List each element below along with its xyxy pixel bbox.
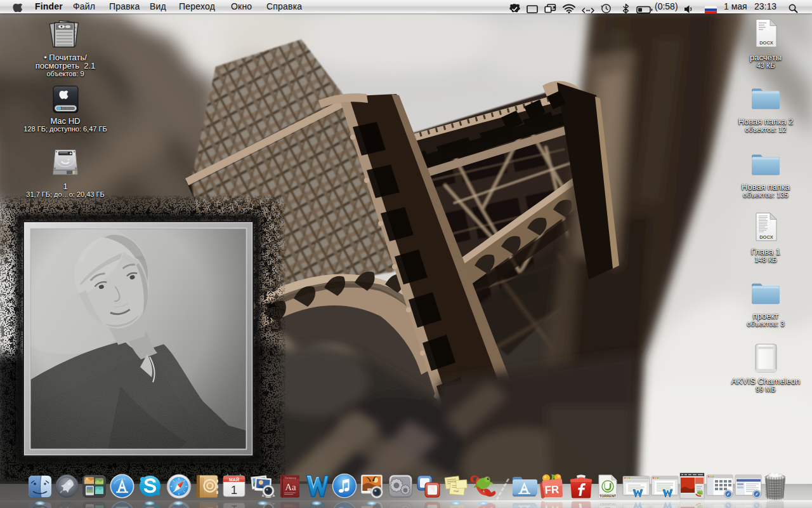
svg-text:1: 1	[231, 503, 238, 508]
svg-text:1: 1	[231, 483, 238, 497]
svg-text:DOCX: DOCX	[759, 234, 773, 240]
svg-text:mail: mail	[454, 489, 459, 493]
svg-text:TORRENT: TORRENT	[599, 502, 617, 506]
svg-text:МАЙ: МАЙ	[229, 477, 239, 482]
svg-text:FR: FR	[544, 503, 560, 508]
svg-text:Aa: Aa	[285, 482, 296, 492]
svg-text:DOCX: DOCX	[759, 40, 773, 46]
svg-text:TORRENT: TORRENT	[599, 494, 617, 498]
svg-text:FR: FR	[544, 483, 560, 496]
svg-text:Dictionary: Dictionary	[285, 476, 296, 479]
